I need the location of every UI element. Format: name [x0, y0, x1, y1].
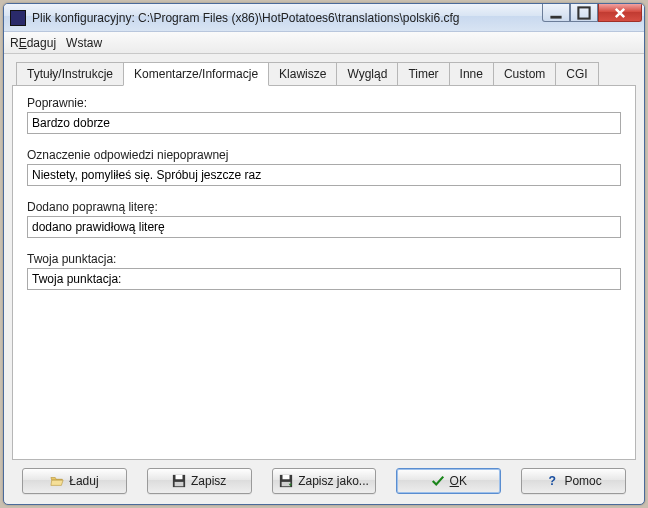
window-title: Plik konfiguracyjny: C:\Program Files (x… — [32, 11, 460, 25]
field-score: Twoja punktacja: — [27, 252, 621, 290]
help-button[interactable]: ? Pomoc — [521, 468, 626, 494]
titlebar: Plik konfiguracyjny: C:\Program Files (x… — [4, 4, 644, 32]
label-incorrect: Oznaczenie odpowiedzi niepoprawnej — [27, 148, 621, 162]
svg-text:?: ? — [549, 474, 556, 488]
label-added-letter: Dodano poprawną literę: — [27, 200, 621, 214]
question-icon: ? — [545, 474, 559, 488]
menu-edit-rest: daguj — [27, 36, 56, 50]
ok-button-label: OK — [450, 474, 467, 488]
svg-rect-6 — [283, 475, 290, 479]
window-buttons — [542, 4, 642, 22]
button-row: Ładuj Zapisz Zapisz jako... — [12, 460, 636, 496]
svg-rect-0 — [550, 15, 561, 18]
field-correct: Poprawnie: — [27, 96, 621, 134]
tabpanel-comments: Poprawnie: Oznaczenie odpowiedzi niepopr… — [12, 86, 636, 460]
close-button[interactable] — [598, 4, 642, 22]
saveas-button-label: Zapisz jako... — [298, 474, 369, 488]
field-incorrect: Oznaczenie odpowiedzi niepoprawnej — [27, 148, 621, 186]
input-incorrect[interactable] — [27, 164, 621, 186]
saveas-button[interactable]: Zapisz jako... — [272, 468, 377, 494]
floppy-icon — [172, 474, 186, 488]
svg-rect-1 — [578, 7, 589, 18]
menubar: REdaguj Wstaw — [4, 32, 644, 54]
load-button-label: Ładuj — [69, 474, 98, 488]
tab-comments[interactable]: Komentarze/Informacje — [123, 62, 269, 86]
ok-rest: K — [459, 474, 467, 488]
tab-cgi[interactable]: CGI — [555, 62, 598, 85]
svg-rect-4 — [175, 482, 184, 486]
tab-keys[interactable]: Klawisze — [268, 62, 337, 85]
window: Plik konfiguracyjny: C:\Program Files (x… — [3, 3, 645, 505]
svg-rect-3 — [176, 475, 183, 479]
save-button[interactable]: Zapisz — [147, 468, 252, 494]
tab-other[interactable]: Inne — [449, 62, 494, 85]
tab-titles[interactable]: Tytuły/Instrukcje — [16, 62, 124, 85]
menu-insert[interactable]: Wstaw — [66, 36, 102, 50]
tab-custom[interactable]: Custom — [493, 62, 556, 85]
maximize-icon — [577, 6, 591, 20]
field-added-letter: Dodano poprawną literę: — [27, 200, 621, 238]
ok-button[interactable]: OK — [396, 468, 501, 494]
content-area: Tytuły/Instrukcje Komentarze/Informacje … — [4, 54, 644, 504]
label-correct: Poprawnie: — [27, 96, 621, 110]
help-button-label: Pomoc — [564, 474, 601, 488]
menu-edit[interactable]: REdaguj — [10, 36, 56, 50]
input-correct[interactable] — [27, 112, 621, 134]
save-button-label: Zapisz — [191, 474, 226, 488]
close-icon — [613, 6, 627, 20]
load-button[interactable]: Ładuj — [22, 468, 127, 494]
menu-edit-mnemonic: E — [19, 36, 27, 50]
minimize-icon — [549, 6, 563, 20]
tab-look[interactable]: Wygląd — [336, 62, 398, 85]
input-score[interactable] — [27, 268, 621, 290]
app-icon — [10, 10, 26, 26]
ok-mnemonic: O — [450, 474, 459, 488]
tabstrip: Tytuły/Instrukcje Komentarze/Informacje … — [12, 60, 636, 86]
minimize-button[interactable] — [542, 4, 570, 22]
input-added-letter[interactable] — [27, 216, 621, 238]
check-icon — [431, 474, 445, 488]
floppy-arrow-icon — [279, 474, 293, 488]
label-score: Twoja punktacja: — [27, 252, 621, 266]
folder-open-icon — [50, 474, 64, 488]
menu-edit-prefix: R — [10, 36, 19, 50]
tab-timer[interactable]: Timer — [397, 62, 449, 85]
maximize-button[interactable] — [570, 4, 598, 22]
